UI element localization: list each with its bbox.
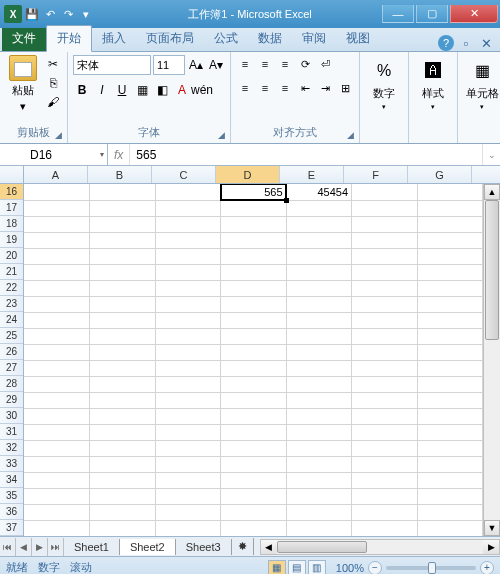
doc-close-icon[interactable]: ✕ (478, 35, 494, 51)
cell-E35[interactable] (286, 488, 352, 504)
row-header-23[interactable]: 23 (0, 296, 23, 312)
align-right-button[interactable]: ≡ (276, 79, 294, 97)
cell-D33[interactable] (221, 456, 287, 472)
cell-D37[interactable] (221, 520, 287, 536)
dialog-launcher-icon[interactable]: ◢ (55, 130, 62, 140)
cell-D21[interactable] (221, 264, 287, 280)
zoom-in-button[interactable]: + (480, 561, 494, 575)
cell-F20[interactable] (352, 248, 418, 264)
cell-D18[interactable] (221, 216, 287, 232)
underline-button[interactable]: U (113, 81, 131, 99)
cell-D29[interactable] (221, 392, 287, 408)
maximize-button[interactable]: ▢ (416, 5, 448, 23)
merge-button[interactable]: ⊞ (336, 79, 354, 97)
cell-F27[interactable] (352, 360, 418, 376)
cell-G31[interactable] (417, 424, 483, 440)
cell-G24[interactable] (417, 312, 483, 328)
cell-A37[interactable] (24, 520, 90, 536)
page-layout-view-button[interactable]: ▤ (288, 560, 306, 575)
cell-C29[interactable] (155, 392, 221, 408)
cell-G36[interactable] (417, 504, 483, 520)
cell-C27[interactable] (155, 360, 221, 376)
cell-F36[interactable] (352, 504, 418, 520)
cell-E21[interactable] (286, 264, 352, 280)
row-header-27[interactable]: 27 (0, 360, 23, 376)
increase-font-button[interactable]: A▴ (187, 56, 205, 74)
new-sheet-button[interactable]: ✸ (232, 538, 254, 555)
cell-E34[interactable] (286, 472, 352, 488)
zoom-knob[interactable] (428, 562, 436, 574)
normal-view-button[interactable]: ▦ (268, 560, 286, 575)
help-icon[interactable]: ? (438, 35, 454, 51)
cell-F17[interactable] (352, 200, 418, 216)
cell-D30[interactable] (221, 408, 287, 424)
cell-C37[interactable] (155, 520, 221, 536)
cell-F32[interactable] (352, 440, 418, 456)
chevron-down-icon[interactable]: ▾ (100, 150, 104, 159)
sheet-tab-2[interactable]: Sheet2 (120, 539, 176, 555)
row-header-31[interactable]: 31 (0, 424, 23, 440)
cell-A17[interactable] (24, 200, 90, 216)
cell-B20[interactable] (90, 248, 156, 264)
font-name-combo[interactable] (73, 55, 151, 75)
cell-A25[interactable] (24, 328, 90, 344)
zoom-out-button[interactable]: − (368, 561, 382, 575)
cell-E23[interactable] (286, 296, 352, 312)
cell-B36[interactable] (90, 504, 156, 520)
column-header-C[interactable]: C (152, 166, 216, 183)
cell-D20[interactable] (221, 248, 287, 264)
column-header-B[interactable]: B (88, 166, 152, 183)
cell-A16[interactable] (24, 184, 90, 200)
italic-button[interactable]: I (93, 81, 111, 99)
scroll-up-icon[interactable]: ▲ (484, 184, 500, 200)
dialog-launcher-icon[interactable]: ◢ (218, 130, 225, 140)
prev-sheet-icon[interactable]: ◀ (16, 538, 32, 556)
cell-F19[interactable] (352, 232, 418, 248)
cell-G30[interactable] (417, 408, 483, 424)
increase-indent-button[interactable]: ⇥ (316, 79, 334, 97)
cell-E37[interactable] (286, 520, 352, 536)
cell-E25[interactable] (286, 328, 352, 344)
cell-A20[interactable] (24, 248, 90, 264)
tab-data[interactable]: 数据 (248, 26, 292, 51)
cell-G35[interactable] (417, 488, 483, 504)
cell-E30[interactable] (286, 408, 352, 424)
align-bottom-button[interactable]: ≡ (276, 55, 294, 73)
cell-E17[interactable] (286, 200, 352, 216)
cell-F18[interactable] (352, 216, 418, 232)
column-header-E[interactable]: E (280, 166, 344, 183)
cell-C21[interactable] (155, 264, 221, 280)
cell-A26[interactable] (24, 344, 90, 360)
scroll-thumb[interactable] (485, 200, 499, 340)
cell-A24[interactable] (24, 312, 90, 328)
row-header-37[interactable]: 37 (0, 520, 23, 536)
wrap-text-button[interactable]: ⏎ (316, 55, 334, 73)
scroll-down-icon[interactable]: ▼ (484, 520, 500, 536)
cell-D19[interactable] (221, 232, 287, 248)
scroll-track[interactable] (484, 200, 500, 520)
cell-B30[interactable] (90, 408, 156, 424)
qat-dropdown-icon[interactable]: ▾ (78, 6, 94, 22)
cell-A21[interactable] (24, 264, 90, 280)
row-header-18[interactable]: 18 (0, 216, 23, 232)
format-painter-button[interactable]: 🖌 (44, 93, 62, 110)
bold-button[interactable]: B (73, 81, 91, 99)
cell-A29[interactable] (24, 392, 90, 408)
tab-home[interactable]: 开始 (46, 25, 92, 52)
cell-G37[interactable] (417, 520, 483, 536)
cell-D26[interactable] (221, 344, 287, 360)
column-header-A[interactable]: A (24, 166, 88, 183)
column-header-G[interactable]: G (408, 166, 472, 183)
cell-E22[interactable] (286, 280, 352, 296)
cell-G16[interactable] (417, 184, 483, 200)
expand-formula-bar-icon[interactable]: ⌄ (482, 144, 500, 165)
row-header-16[interactable]: 16 (0, 184, 23, 200)
sheet-tab-3[interactable]: Sheet3 (176, 539, 232, 555)
cell-F30[interactable] (352, 408, 418, 424)
cell-B27[interactable] (90, 360, 156, 376)
tab-file[interactable]: 文件 (2, 26, 46, 51)
cell-G25[interactable] (417, 328, 483, 344)
cell-F16[interactable] (352, 184, 418, 200)
cell-B18[interactable] (90, 216, 156, 232)
cell-F37[interactable] (352, 520, 418, 536)
